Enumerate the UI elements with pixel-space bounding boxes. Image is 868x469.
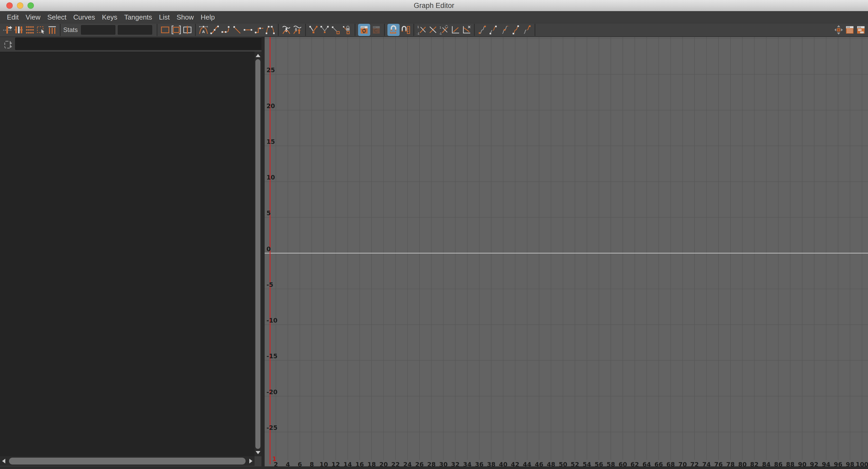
panel-divider [261, 37, 265, 469]
pre-infinity-cycle-offset-icon [489, 25, 499, 35]
region-select-tool-button[interactable] [36, 25, 46, 35]
pre-infinity-linear-icon [450, 25, 460, 35]
menu-select[interactable]: Select [44, 11, 70, 23]
clamped-tangent-icon [221, 25, 231, 35]
frame-playback-range-icon [171, 25, 181, 35]
linear-tangent-icon [232, 25, 242, 35]
stats-value-field[interactable] [118, 25, 152, 35]
scroll-down-arrow-icon[interactable] [256, 451, 260, 454]
y-tick-label: -10 [267, 317, 278, 324]
y-tick-label: 25 [267, 67, 275, 73]
time-value-snap-icon [389, 25, 399, 35]
toolbar-separator [305, 24, 306, 36]
plateau-tangent-button[interactable] [265, 25, 276, 35]
default-in-tangent-button[interactable] [281, 25, 291, 35]
snap-ruler-button[interactable] [400, 25, 411, 35]
scale-keys-negative-button[interactable]: 1-1 [416, 25, 427, 35]
insert-keys-tool-button[interactable] [13, 25, 24, 35]
channel-list[interactable] [0, 52, 255, 456]
auto-tangent-button[interactable]: A [198, 25, 209, 35]
auto-load-graph-editor-button[interactable] [358, 24, 370, 36]
stacked-panels-view-button[interactable] [856, 25, 866, 35]
outliner-horizontal-scrollbar[interactable] [0, 456, 255, 466]
snap-ruler-icon [401, 25, 411, 35]
retime-tool-button[interactable] [47, 25, 57, 35]
pre-infinity-cycle-button[interactable] [477, 25, 488, 35]
channel-filter-input[interactable] [15, 38, 263, 50]
outliner-vertical-scrollbar[interactable] [255, 52, 261, 456]
post-infinity-cycle-offset-button[interactable] [510, 25, 521, 35]
auto-load-graph-editor-icon [359, 25, 369, 35]
scroll-up-arrow-icon[interactable] [256, 54, 260, 57]
flat-tangent-button[interactable] [243, 25, 253, 35]
menu-show[interactable]: Show [173, 11, 197, 23]
pre-infinity-cycle-offset-button[interactable] [488, 25, 499, 35]
svg-text:-1: -1 [439, 32, 442, 35]
lock-tangent-weight-button[interactable] [342, 25, 352, 35]
y-tick-label: 5 [267, 210, 271, 216]
window-bottom-edge [0, 466, 868, 469]
post-infinity-cycle-icon [500, 25, 510, 35]
frame-playback-range-button[interactable] [171, 25, 182, 35]
toolbar-separator [195, 24, 196, 36]
frame-all-button[interactable] [160, 25, 170, 35]
load-selected-objects-button[interactable] [371, 25, 381, 35]
vertical-scrollbar-thumb[interactable] [255, 59, 260, 449]
center-current-time-button[interactable] [182, 25, 193, 35]
infinity-oscillate-button[interactable] [522, 25, 532, 35]
stats-key-field[interactable] [81, 25, 115, 35]
menu-keys[interactable]: Keys [98, 11, 121, 23]
linear-tangent-button[interactable] [231, 25, 242, 35]
channel-outliner-panel [0, 37, 265, 469]
title-bar[interactable]: Graph Editor [0, 0, 868, 11]
toolbar-right-group [833, 25, 868, 35]
unify-tangents-button[interactable] [319, 25, 330, 35]
menu-view[interactable]: View [22, 11, 44, 23]
spline-tangent-button[interactable] [209, 25, 220, 35]
toolbar-separator [413, 24, 414, 36]
menu-curves[interactable]: Curves [70, 11, 98, 23]
toolbar-separator [354, 24, 355, 36]
clamped-tangent-button[interactable] [220, 25, 231, 35]
y-tick-label: 20 [267, 103, 275, 109]
graph-view[interactable]: 1 -25-20-15-10-5051015202524681012141618… [265, 37, 868, 469]
swap-keys-button[interactable] [428, 25, 438, 35]
menu-list[interactable]: List [156, 11, 173, 23]
outliner-filter-row [0, 37, 265, 52]
pan-zoom-view-button[interactable] [833, 25, 844, 35]
lattice-deform-keys-tool-button[interactable] [25, 25, 35, 35]
menu-tangents[interactable]: Tangents [121, 11, 156, 23]
horizontal-scrollbar-thumb[interactable] [9, 458, 246, 465]
window-title: Graph Editor [0, 0, 868, 11]
free-tangent-weight-button[interactable] [331, 25, 341, 35]
spreadsheet-view-button[interactable] [844, 25, 855, 35]
graph-grid [265, 37, 868, 469]
step-tangent-button[interactable] [254, 25, 265, 35]
name-filter-menu-icon[interactable] [4, 40, 13, 49]
stats-label: Stats [63, 26, 78, 34]
scale-cycle-keys-button[interactable]: 1-1 [439, 25, 450, 35]
default-out-tangent-button[interactable] [292, 25, 303, 35]
scroll-right-arrow-icon[interactable] [249, 459, 252, 464]
auto-tangent-icon: A [198, 25, 209, 35]
toolbar-separator [384, 24, 385, 36]
time-value-snap-button[interactable] [388, 24, 400, 36]
pre-infinity-linear-button[interactable] [450, 25, 461, 35]
svg-text:A: A [202, 29, 205, 34]
load-selected-objects-icon [371, 25, 381, 35]
name-filter-menu-icon [4, 40, 13, 49]
menu-edit[interactable]: Edit [3, 11, 22, 23]
menu-help[interactable]: Help [197, 11, 218, 23]
y-tick-label: -25 [267, 424, 278, 431]
plateau-tangent-icon [265, 25, 275, 35]
post-infinity-cycle-button[interactable] [499, 25, 510, 35]
break-tangents-button[interactable] [308, 25, 319, 35]
svg-text:1: 1 [439, 26, 441, 29]
scroll-left-arrow-icon[interactable] [2, 459, 5, 464]
move-nearest-key-tool-button[interactable] [2, 25, 13, 35]
pan-zoom-view-icon [834, 25, 844, 35]
toolbar-separator [474, 24, 475, 36]
post-infinity-linear-button[interactable] [461, 25, 472, 35]
break-tangents-icon [309, 25, 319, 35]
y-tick-label: -15 [267, 353, 278, 360]
